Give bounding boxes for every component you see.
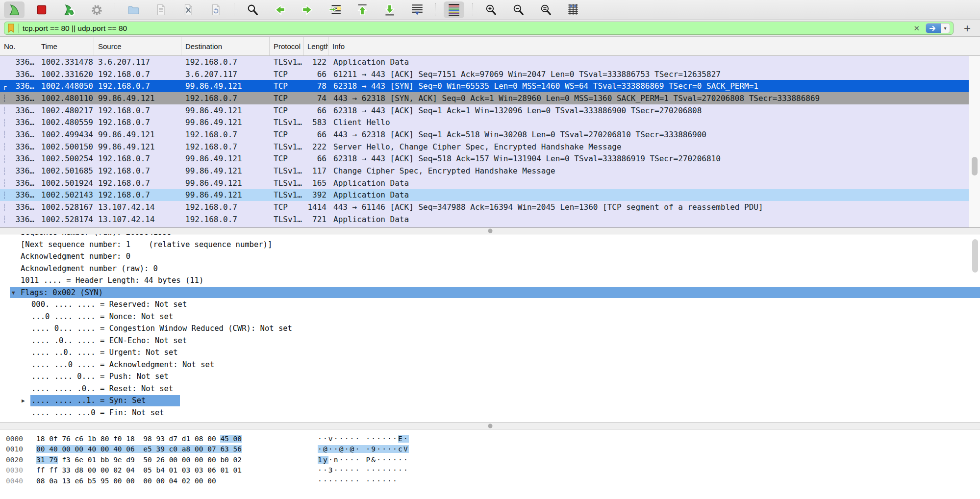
find-packet-button[interactable] [242, 1, 263, 18]
packet-row[interactable]: 336…1002.3314783.6.207.117192.168.0.7TLS… [0, 56, 980, 68]
arrow-up-bar-icon [355, 3, 369, 17]
detail-row[interactable]: .... .... 0... = Push: Not set [0, 371, 980, 383]
packet-cell-proto: TLSv1… [270, 57, 304, 67]
detail-row[interactable]: .... .... ...0 = Fin: Not set [0, 407, 980, 419]
go-first-packet-button[interactable] [352, 1, 373, 18]
column-header-length[interactable]: Length [304, 37, 328, 55]
hex-row[interactable]: 001000 40 00 00 40 00 40 06 e5 39 c0 a8 … [0, 444, 980, 455]
zoom-in-button[interactable] [480, 1, 501, 18]
detail-row[interactable]: Acknowledgment number: 0 [0, 250, 980, 263]
detail-row[interactable]: ▼Flags: 0x002 (SYN) [0, 287, 980, 299]
detail-row[interactable]: Acknowledgment number (raw): 0 [0, 263, 980, 275]
packet-cell-gutter: ┆ [0, 155, 9, 163]
packet-cell-time: 1002.528167 [37, 202, 94, 212]
detail-text: .... .... 0... = Push: Not set [30, 371, 172, 382]
colorize-button[interactable] [444, 1, 464, 18]
packet-row[interactable]: ┆336…1002.48011099.86.49.121192.168.0.7T… [0, 92, 980, 104]
open-capture-file-button[interactable] [123, 1, 144, 18]
packet-row[interactable]: ┆336…1002.502143192.168.0.799.86.49.121T… [0, 189, 980, 201]
pane-splitter-bottom[interactable] [0, 423, 980, 429]
hex-bytes: 08 0a 13 e6 b5 95 00 00 00 00 04 02 00 0… [36, 477, 251, 485]
packet-cell-gutter: ┆ [0, 191, 9, 199]
reload-capture-file-button[interactable] [205, 1, 226, 18]
column-header-no[interactable]: No. [0, 37, 37, 55]
collapse-arrow-icon[interactable]: ▼ [12, 290, 15, 296]
filter-clear-icon[interactable]: ✕ [911, 24, 922, 33]
start-capture-button[interactable] [4, 1, 25, 18]
column-header-time[interactable]: Time [37, 37, 94, 55]
filter-bookmark-icon[interactable] [7, 24, 19, 33]
detail-row[interactable]: .... 0... .... = Congestion Window Reduc… [0, 323, 980, 335]
packet-row[interactable]: ┆336…1002.500254192.168.0.799.86.49.121T… [0, 153, 980, 165]
packet-row[interactable]: ┆336…1002.52817413.107.42.14192.168.0.7T… [0, 213, 980, 225]
resize-columns-button[interactable] [563, 1, 583, 18]
expand-arrow-icon[interactable]: ▶ [22, 398, 25, 404]
filter-expression-text[interactable]: tcp.port == 80 || udp.port == 80 [23, 24, 907, 33]
column-header-protocol[interactable]: Protocol [270, 37, 304, 55]
packet-cell-time: 1002.499434 [37, 130, 94, 139]
zoom-out-button[interactable] [508, 1, 528, 18]
detail-text: .... ..0. .... = Urgent: Not set [30, 347, 181, 358]
detail-text: [Next sequence number: 1 (relative seque… [20, 239, 275, 250]
detail-row[interactable]: 000. .... .... = Reserved: Not set [0, 299, 980, 311]
hex-offset: 0020 [6, 456, 28, 464]
zoom-reset-button[interactable] [535, 1, 556, 18]
zoom-out-icon [512, 3, 525, 17]
packet-list-scrollbar-thumb[interactable] [972, 157, 978, 175]
close-capture-file-button[interactable] [178, 1, 199, 18]
detail-row[interactable]: .... .0.. .... = ECN-Echo: Not set [0, 335, 980, 347]
go-last-packet-button[interactable] [379, 1, 400, 18]
detail-row[interactable]: [Next sequence number: 1 (relative seque… [0, 239, 980, 251]
auto-scroll-button[interactable] [407, 1, 427, 18]
detail-row[interactable]: .... .... .0.. = Reset: Not set [0, 383, 980, 395]
packet-row[interactable]: ┆336…1002.50015099.86.49.121192.168.0.7T… [0, 141, 980, 153]
packet-list-scrollbar[interactable] [969, 56, 980, 227]
filter-dropdown-caret[interactable]: ▾ [941, 25, 950, 31]
detail-row[interactable]: .... ...0 .... = Acknowledgment: Not set [0, 359, 980, 371]
hex-row[interactable]: 000018 0f 76 c6 1b 80 f0 18 98 93 d7 d1 … [0, 433, 980, 444]
packet-row[interactable]: ┆336…1002.501685192.168.0.799.86.49.121T… [0, 165, 980, 177]
go-next-packet-button[interactable] [297, 1, 318, 18]
zoom-reset-icon [539, 3, 553, 17]
detail-row[interactable]: .... ..0. .... = Urgent: Not set [0, 347, 980, 359]
detail-scrollbar-thumb[interactable] [972, 239, 978, 273]
hex-row[interactable]: 004008 0a 13 e6 b5 95 00 00 00 00 04 02 … [0, 475, 980, 486]
detail-row[interactable]: ▶.... .... ..1. = Syn: Set [0, 395, 980, 407]
packet-cell-info: Application Data [328, 190, 980, 200]
hex-row[interactable]: 0030ff ff 33 d8 00 00 02 04 05 b4 01 03 … [0, 465, 980, 476]
hex-bytes: 18 0f 76 c6 1b 80 f0 18 98 93 d7 d1 08 0… [36, 435, 251, 443]
auto-scroll-icon [410, 3, 424, 17]
display-filter-input[interactable]: tcp.port == 80 || udp.port == 80 ✕ ▾ [4, 22, 954, 35]
filter-add-button[interactable]: + [959, 23, 975, 34]
go-previous-packet-button[interactable] [270, 1, 290, 18]
packet-cell-src: 192.168.0.7 [94, 118, 181, 127]
stop-capture-button[interactable] [31, 1, 52, 18]
detail-row[interactable]: Sequence number (raw): 2605041998 [0, 234, 980, 239]
restart-capture-button[interactable] [59, 1, 79, 18]
packet-cell-time: 1002.501685 [37, 166, 94, 175]
packet-row[interactable]: ┆336…1002.49943499.86.49.121192.168.0.7T… [0, 128, 980, 141]
packet-row[interactable]: ┌336…1002.448050192.168.0.799.86.49.121T… [0, 80, 980, 92]
filter-apply-button[interactable] [926, 24, 941, 33]
packet-cell-dst: 99.86.49.121 [181, 190, 270, 200]
detail-row[interactable]: ...0 .... .... = Nonce: Not set [0, 311, 980, 323]
packet-cell-gutter: ┆ [0, 143, 9, 150]
packet-row[interactable]: 336…1002.331620192.168.0.73.6.207.117TCP… [0, 68, 980, 80]
go-to-packet-button[interactable] [325, 1, 345, 18]
packet-cell-len: 66 [304, 106, 328, 115]
packet-row[interactable]: ┆336…1002.501924192.168.0.799.86.49.121T… [0, 177, 980, 189]
packet-row[interactable]: ┆336…1002.52816713.107.42.14192.168.0.7T… [0, 201, 980, 213]
packet-row[interactable]: ┆336…1002.480559192.168.0.799.86.49.121T… [0, 116, 980, 128]
hex-row[interactable]: 002031 79 f3 6e 01 bb 9e d9 50 26 00 00 … [0, 454, 980, 465]
column-header-info[interactable]: Info [328, 37, 980, 55]
detail-text: ...0 .... .... = Nonce: Not set [30, 311, 176, 322]
column-header-source[interactable]: Source [94, 37, 181, 55]
packet-row[interactable]: ┆336…1002.480217192.168.0.799.86.49.121T… [0, 104, 980, 117]
detail-text: .... ...0 .... = Acknowledgment: Not set [30, 359, 217, 370]
column-header-destination[interactable]: Destination [181, 37, 270, 55]
packet-cell-dst: 192.168.0.7 [181, 202, 270, 212]
capture-options-button[interactable] [86, 1, 107, 18]
detail-row[interactable]: 1011 .... = Header Length: 44 bytes (11) [0, 274, 980, 287]
pane-splitter-top[interactable] [0, 228, 980, 234]
save-capture-file-button[interactable] [151, 1, 171, 18]
